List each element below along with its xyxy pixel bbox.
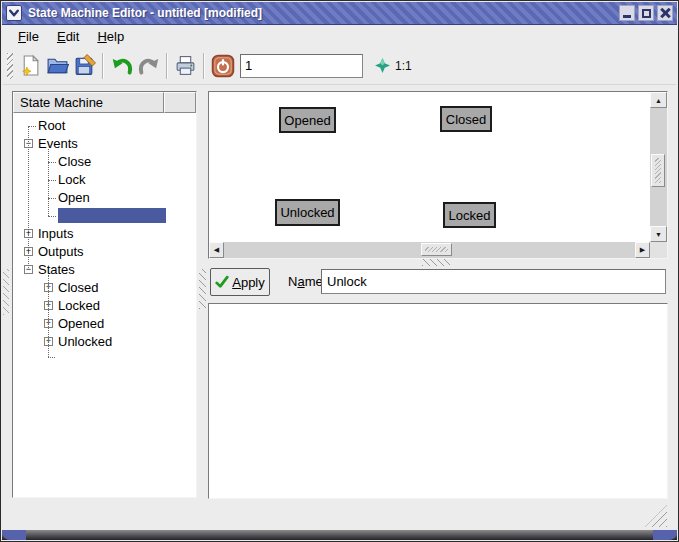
open-file-button[interactable] — [44, 52, 71, 79]
scroll-right-button[interactable]: ▶ — [635, 242, 650, 258]
selected-tree-item-highlight — [58, 208, 166, 223]
tree-body: Root−EventsCloseLockOpen+Inputs+Outputs−… — [13, 113, 196, 497]
toolbar: 1:1 — [3, 47, 676, 85]
undo-icon — [110, 54, 134, 78]
state-diagram-canvas[interactable]: OpenedClosedUnlockedLocked — [209, 92, 650, 242]
tree-item-label: Root — [38, 118, 65, 133]
state-node-opened[interactable]: Opened — [279, 107, 336, 133]
toolbar-separator — [166, 53, 168, 79]
tree-header-label[interactable]: State Machine — [13, 92, 164, 113]
menu-item-file[interactable]: File — [9, 27, 48, 46]
toolbar-separator — [102, 53, 104, 79]
save-icon — [73, 54, 96, 77]
scrollbar-corner — [650, 242, 667, 258]
state-node-closed[interactable]: Closed — [440, 106, 492, 132]
tree-item-inputs[interactable]: +Inputs — [13, 225, 194, 243]
vertical-splitter-handle[interactable] — [199, 269, 206, 309]
print-button[interactable] — [172, 52, 199, 79]
tree-header-spacer — [164, 92, 196, 113]
scroll-left-button[interactable]: ◀ — [209, 242, 224, 258]
minimize-icon — [623, 15, 631, 18]
status-bar — [3, 501, 676, 531]
tree-item-open[interactable]: Open — [13, 189, 194, 207]
tree-item-label: Closed — [58, 280, 98, 295]
tree-item-label: Locked — [58, 298, 100, 313]
name-field-label: Name — [288, 274, 323, 289]
description-text-area[interactable] — [208, 303, 668, 499]
print-icon — [174, 54, 197, 77]
zoom-ratio-label: 1:1 — [395, 59, 412, 73]
window-frame: State Machine Editor - untitled [modifie… — [0, 0, 679, 542]
tree-item-lock[interactable]: Lock — [13, 171, 194, 189]
tree-item-label: Opened — [58, 316, 104, 331]
new-document-button[interactable] — [17, 52, 44, 79]
window-edge-grip[interactable] — [3, 269, 9, 315]
scroll-down-button[interactable]: ▼ — [650, 226, 667, 242]
tree-item-label: Open — [58, 190, 90, 205]
state-machine-tree-panel: State Machine Root−EventsCloseLockOpen+I… — [12, 91, 197, 498]
power-icon — [211, 54, 235, 78]
tree-item-events[interactable]: −Events — [13, 135, 194, 153]
menu-bar: FileEditHelp — [3, 25, 676, 47]
window-resize-grip[interactable] — [645, 505, 667, 527]
apply-button-label: Apply — [232, 275, 265, 290]
menu-item-edit[interactable]: Edit — [48, 27, 88, 46]
tree-item-label: Lock — [58, 172, 85, 187]
tree-item-opened[interactable]: +Opened — [13, 315, 194, 333]
zoom-diamond-icon — [375, 58, 390, 73]
tree-item-root[interactable]: Root — [13, 117, 194, 135]
iteration-input[interactable] — [240, 54, 363, 78]
apply-button[interactable]: Apply — [210, 268, 270, 296]
menu-item-help[interactable]: Help — [88, 27, 133, 46]
toolbar-drag-handle[interactable] — [7, 53, 13, 79]
undo-button[interactable] — [108, 52, 135, 79]
tree-item-label: Unlocked — [58, 334, 112, 349]
state-diagram-panel: OpenedClosedUnlockedLocked ▲ ▼ ◀ ▶ — [208, 91, 668, 259]
state-node-locked[interactable]: Locked — [443, 202, 496, 228]
window-corner-right — [653, 530, 677, 540]
tree-item-unlocked[interactable]: +Unlocked — [13, 333, 194, 351]
maximize-icon — [642, 9, 651, 18]
tree-item-label: Outputs — [38, 244, 84, 259]
tree-item-label: Close — [58, 154, 91, 169]
title-bar[interactable]: State Machine Editor - untitled [modifie… — [2, 2, 677, 25]
window-bottom-frame — [2, 530, 677, 540]
tree-item-label: Inputs — [38, 226, 73, 241]
apply-check-icon — [215, 275, 229, 289]
horizontal-scrollbar-thumb[interactable] — [421, 243, 452, 256]
open-folder-icon — [46, 54, 69, 77]
horizontal-scrollbar[interactable]: ◀ ▶ — [209, 242, 650, 258]
tree-item-label: States — [38, 262, 75, 277]
tree-item-states[interactable]: −States — [13, 261, 194, 279]
close-button[interactable] — [657, 5, 673, 21]
vertical-scrollbar[interactable]: ▲ ▼ — [650, 92, 667, 242]
app-chevron-icon — [6, 5, 22, 21]
scroll-up-button[interactable]: ▲ — [650, 92, 667, 108]
vertical-scrollbar-thumb[interactable] — [651, 154, 665, 187]
tree-item-label: Events — [38, 136, 78, 151]
tree-item-closed[interactable]: +Closed — [13, 279, 194, 297]
tree-header[interactable]: State Machine — [13, 92, 196, 113]
tree-item-outputs[interactable]: +Outputs — [13, 243, 194, 261]
new-document-icon — [19, 54, 42, 77]
state-node-unlocked[interactable]: Unlocked — [275, 199, 340, 226]
horizontal-splitter-handle[interactable] — [422, 259, 450, 266]
save-file-button[interactable] — [71, 52, 98, 79]
tree-item-locked[interactable]: +Locked — [13, 297, 194, 315]
redo-button[interactable] — [135, 52, 162, 79]
stop-power-button[interactable] — [209, 52, 236, 79]
name-input[interactable] — [321, 269, 666, 294]
close-icon — [660, 8, 670, 18]
zoom-ratio-button[interactable]: 1:1 — [370, 55, 417, 76]
tree-item-close[interactable]: Close — [13, 153, 194, 171]
redo-icon — [137, 54, 161, 78]
maximize-button[interactable] — [638, 5, 654, 21]
minimize-button[interactable] — [619, 5, 635, 21]
window-title: State Machine Editor - untitled [modifie… — [28, 6, 262, 20]
tree-item-new-event[interactable] — [13, 207, 194, 225]
toolbar-separator — [203, 53, 205, 79]
window-corner-left — [2, 530, 26, 540]
